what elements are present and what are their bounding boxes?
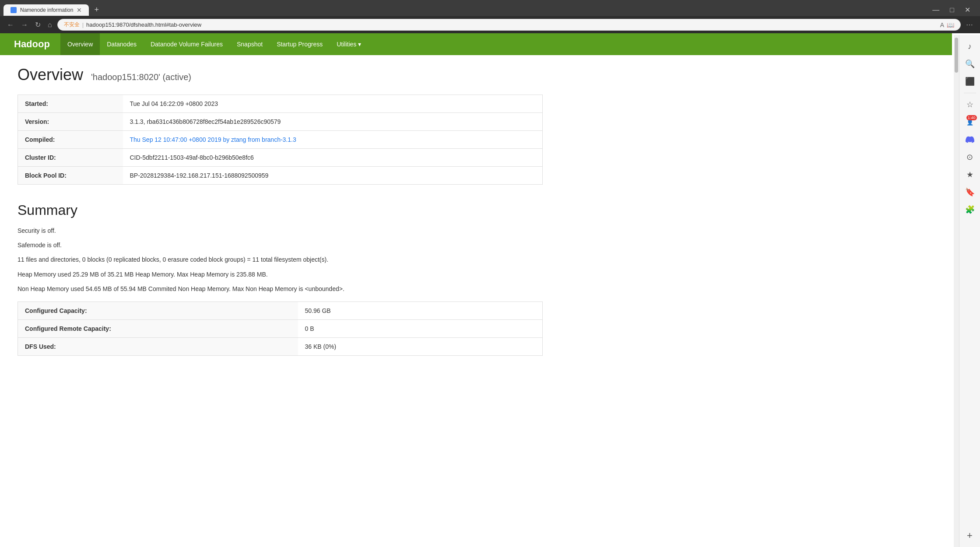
address-input-container[interactable]: 不安全 | hadoop151:9870/dfshealth.html#tab-… [57,19,961,31]
window-controls: — □ ✕ [930,5,976,15]
immersive-reader-icon[interactable]: 📖 [947,21,954,28]
summary-title: Summary [18,202,543,218]
more-options-button[interactable]: ⋯ [964,20,975,30]
tab-bar: Namenode information ✕ + — □ ✕ [0,0,980,16]
summary-line: 11 files and directories, 0 blocks (0 re… [18,254,543,265]
security-warning: 不安全 [64,21,80,28]
overview-section: Overview 'hadoop151:8020' (active) Start… [18,66,543,185]
tab-favicon [11,7,17,13]
address-text: hadoop151:9870/dfshealth.html#tab-overvi… [86,21,938,28]
discord-icon[interactable] [962,132,978,147]
tab-close-button[interactable]: ✕ [77,7,82,13]
circle-icon[interactable]: ⊙ [962,149,978,165]
summary-line: Non Heap Memory used 54.65 MB of 55.94 M… [18,284,543,295]
address-bar: ← → ↻ ⌂ 不安全 | hadoop151:9870/dfshealth.h… [0,16,980,33]
home-button[interactable]: ⌂ [46,20,54,30]
bookmarks-icon[interactable]: 🔖 [962,184,978,200]
navbar: Hadoop Overview Datanodes Datanode Volum… [0,33,952,55]
split-view-icon[interactable]: ⬛ [962,74,978,89]
summary-lines: Security is off.Safemode is off.11 files… [18,225,543,295]
sidebar-divider [964,93,976,93]
minimize-button[interactable]: — [930,5,942,15]
summary-line: Heap Memory used 25.29 MB of 35.21 MB He… [18,269,543,280]
dropdown-arrow-icon: ▾ [358,41,361,48]
close-window-button[interactable]: ✕ [962,5,973,15]
sidebar-icons: ♪ 🔍 ⬛ ☆ 👤 1:40 ⊙ ★ 🔖 🧩 + [959,35,980,545]
page-content: Overview 'hadoop151:8020' (active) Start… [0,55,560,366]
summary-table: Configured Capacity:50.96 GBConfigured R… [18,302,543,356]
read-mode-icon[interactable]: A [940,21,944,28]
forward-button[interactable]: → [19,20,30,30]
nav-snapshot[interactable]: Snapshot [230,33,270,55]
scrollbar-track[interactable] [954,35,959,545]
page-title: Overview 'hadoop151:8020' (active) [18,66,543,84]
summary-section: Summary Security is off.Safemode is off.… [18,202,543,356]
nav-datanode-volume-failures[interactable]: Datanode Volume Failures [144,33,230,55]
summary-line: Security is off. [18,225,543,236]
profile-badge: 1:40 [966,115,977,120]
tab-title: Namenode information [20,7,73,13]
content-area: Hadoop Overview Datanodes Datanode Volum… [0,33,980,545]
browser-tab[interactable]: Namenode information ✕ [4,4,89,16]
summary-line: Safemode is off. [18,240,543,251]
main-wrapper: Hadoop Overview Datanodes Datanode Volum… [0,33,980,545]
address-bar-icons: A 📖 [940,21,954,28]
overview-table: Started:Tue Jul 04 16:22:09 +0800 2023Ve… [18,95,543,185]
refresh-button[interactable]: ↻ [33,20,42,30]
back-button[interactable]: ← [5,20,16,30]
nav-utilities[interactable]: Utilities ▾ [330,33,368,55]
profile-icon[interactable]: 👤 1:40 [962,114,978,130]
page-subtitle: 'hadoop151:8020' (active) [91,72,191,82]
nav-datanodes[interactable]: Datanodes [100,33,144,55]
star-icon[interactable]: ★ [962,167,978,182]
extensions-icon[interactable]: 🧩 [962,202,978,217]
new-tab-button[interactable]: + [91,4,102,16]
maximize-button[interactable]: □ [947,5,957,15]
read-aloud-icon[interactable]: ♪ [962,39,978,54]
nav-startup-progress[interactable]: Startup Progress [270,33,330,55]
browser-chrome: Namenode information ✕ + — □ ✕ ← → ↻ ⌂ 不… [0,0,980,33]
scrollbar-thumb[interactable] [955,38,958,73]
favorites-icon[interactable]: ☆ [962,97,978,112]
navbar-brand[interactable]: Hadoop [7,39,57,50]
add-sidebar-button[interactable]: + [962,528,978,543]
nav-overview[interactable]: Overview [60,33,100,55]
search-icon[interactable]: 🔍 [962,56,978,72]
